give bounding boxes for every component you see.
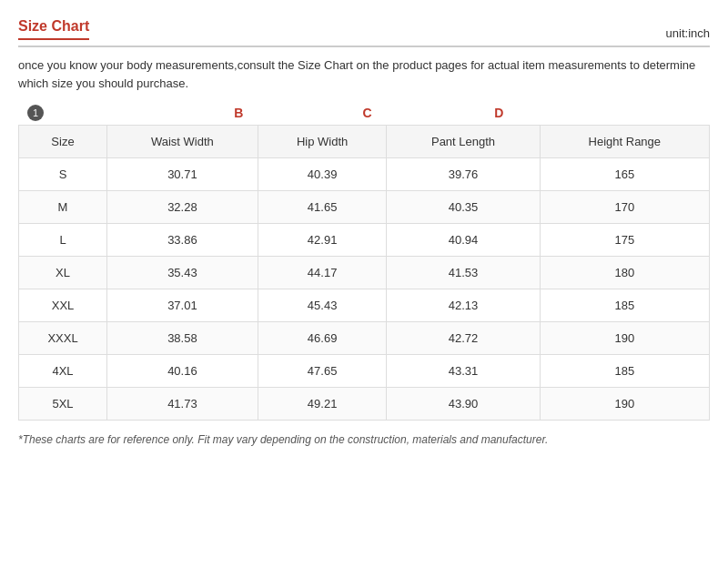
cell-pant: 43.31 bbox=[387, 355, 540, 388]
cell-height: 165 bbox=[540, 158, 709, 191]
table-header-row: Size Waist Width Hip Width Pant Length H… bbox=[19, 126, 710, 158]
unit-label: unit:inch bbox=[666, 26, 710, 40]
col-header-height: Height Range bbox=[540, 126, 709, 158]
footnote: *These charts are for reference only. Fi… bbox=[18, 433, 710, 446]
cell-hip: 42.91 bbox=[258, 224, 387, 257]
cell-size: XXXL bbox=[19, 322, 107, 355]
cell-height: 180 bbox=[540, 257, 709, 289]
cell-height: 185 bbox=[540, 289, 709, 322]
page-title: Size Chart bbox=[18, 18, 89, 40]
table-row: 4XL40.1647.6543.31185 bbox=[19, 355, 710, 388]
table-row: XL35.4344.1741.53180 bbox=[19, 257, 710, 289]
cell-size: XXL bbox=[19, 289, 107, 322]
cell-height: 175 bbox=[540, 224, 709, 257]
cell-hip: 47.65 bbox=[258, 355, 387, 388]
cell-waist: 38.58 bbox=[107, 322, 258, 355]
cell-size: M bbox=[19, 191, 107, 224]
cell-pant: 40.35 bbox=[387, 191, 540, 224]
table-row: M32.2841.6540.35170 bbox=[19, 191, 710, 224]
cell-size: XL bbox=[19, 257, 107, 289]
table-row: S30.7140.3939.76165 bbox=[19, 158, 710, 191]
cell-waist: 41.73 bbox=[107, 388, 258, 421]
cell-size: 4XL bbox=[19, 355, 107, 388]
col-header-hip: Hip Width bbox=[258, 126, 387, 158]
legend-cols: B C D bbox=[51, 106, 710, 120]
col-header-waist: Waist Width bbox=[107, 126, 258, 158]
table-row: XXXL38.5846.6942.72190 bbox=[19, 322, 710, 355]
size-table: Size Waist Width Hip Width Pant Length H… bbox=[18, 125, 710, 421]
cell-pant: 40.94 bbox=[387, 224, 540, 257]
cell-pant: 42.13 bbox=[387, 289, 540, 322]
cell-size: S bbox=[19, 158, 107, 191]
cell-hip: 46.69 bbox=[258, 322, 387, 355]
col-header-size: Size bbox=[19, 126, 107, 158]
description-text: once you know your body measurements,con… bbox=[18, 56, 710, 92]
legend-col-c: C bbox=[301, 106, 433, 120]
cell-hip: 49.21 bbox=[258, 388, 387, 421]
cell-hip: 40.39 bbox=[258, 158, 387, 191]
cell-hip: 45.43 bbox=[258, 289, 387, 322]
cell-waist: 30.71 bbox=[107, 158, 258, 191]
legend-col-b: B bbox=[177, 106, 302, 120]
cell-waist: 37.01 bbox=[107, 289, 258, 322]
table-row: L33.8642.9140.94175 bbox=[19, 224, 710, 257]
cell-height: 185 bbox=[540, 355, 709, 388]
table-row: 5XL41.7349.2143.90190 bbox=[19, 388, 710, 421]
cell-pant: 41.53 bbox=[387, 257, 540, 289]
cell-height: 170 bbox=[540, 191, 709, 224]
title-section: Size Chart unit:inch bbox=[18, 18, 710, 47]
cell-pant: 39.76 bbox=[387, 158, 540, 191]
cell-hip: 41.65 bbox=[258, 191, 387, 224]
cell-pant: 42.72 bbox=[387, 322, 540, 355]
cell-pant: 43.90 bbox=[387, 388, 540, 421]
cell-height: 190 bbox=[540, 388, 709, 421]
cell-size: L bbox=[19, 224, 107, 257]
col-header-pant: Pant Length bbox=[387, 126, 540, 158]
table-row: XXL37.0145.4342.13185 bbox=[19, 289, 710, 322]
column-legend: 1 B C D bbox=[18, 105, 710, 121]
legend-number: 1 bbox=[27, 105, 44, 121]
cell-hip: 44.17 bbox=[258, 257, 387, 289]
cell-waist: 35.43 bbox=[107, 257, 258, 289]
legend-col-d: D bbox=[433, 106, 565, 120]
cell-height: 190 bbox=[540, 322, 709, 355]
cell-size: 5XL bbox=[19, 388, 107, 421]
cell-waist: 32.28 bbox=[107, 191, 258, 224]
cell-waist: 33.86 bbox=[107, 224, 258, 257]
cell-waist: 40.16 bbox=[107, 355, 258, 388]
